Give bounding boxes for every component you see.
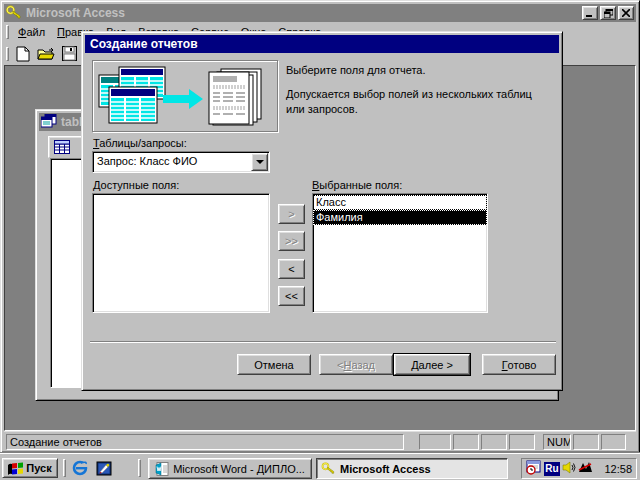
- close-icon: [622, 9, 630, 17]
- task-scheduler-icon[interactable]: [526, 460, 542, 477]
- status-panel: [481, 434, 507, 450]
- status-bar: Создание отчетов NUM: [4, 431, 636, 451]
- task-label: Microsoft Word - ДИПЛО...: [173, 463, 305, 475]
- back-button[interactable]: < Назад: [319, 354, 393, 375]
- language-indicator[interactable]: Ru: [544, 462, 560, 476]
- tray-utility-icon[interactable]: [578, 461, 593, 476]
- restore-icon: [604, 9, 613, 18]
- wizard-instruction-1: Выберите поля для отчета.: [286, 64, 552, 76]
- taskbar-clock[interactable]: 12:58: [604, 463, 632, 475]
- taskbar-divider: [63, 459, 66, 477]
- selected-fields-listbox[interactable]: Класс Фамилия: [312, 193, 488, 313]
- tables-to-report-graphic: [97, 65, 273, 127]
- remove-field-button[interactable]: <: [278, 259, 305, 279]
- cancel-button[interactable]: Отмена: [237, 354, 311, 375]
- table-grid-icon: [54, 140, 70, 154]
- list-item[interactable]: Класс: [313, 195, 487, 210]
- new-document-button[interactable]: [12, 44, 34, 64]
- next-button[interactable]: Далее >: [394, 354, 470, 375]
- list-item[interactable]: Фамилия: [313, 210, 487, 225]
- system-tray: Ru 12:58: [521, 458, 637, 479]
- window-title: Microsoft Access: [26, 6, 580, 20]
- start-button[interactable]: Пуск: [2, 458, 58, 478]
- main-titlebar[interactable]: Microsoft Access: [4, 4, 636, 22]
- finish-button[interactable]: Готово: [482, 354, 556, 375]
- combobox-drop-button[interactable]: [251, 153, 268, 171]
- status-panel: [509, 434, 535, 450]
- minimize-button[interactable]: [582, 6, 598, 20]
- minimize-icon: [586, 9, 594, 17]
- add-all-fields-button[interactable]: >>: [278, 231, 305, 251]
- windows-logo-icon: [8, 462, 23, 475]
- available-fields-listbox[interactable]: [92, 193, 270, 313]
- report-wizard-dialog: Создание отчетов: [81, 31, 563, 391]
- save-diskette-icon: [62, 46, 77, 61]
- database-window-title: tabl: [61, 115, 82, 129]
- status-panel: [453, 434, 479, 450]
- combobox-value: Запрос: Класс ФИО: [97, 155, 249, 167]
- save-button[interactable]: [58, 44, 80, 64]
- dialog-separator: [90, 341, 556, 343]
- internet-explorer-icon[interactable]: [70, 459, 90, 477]
- next-button-default-ring: Далее >: [393, 353, 471, 376]
- open-button[interactable]: [35, 44, 57, 64]
- selected-fields-label: Выбранные поля:: [312, 179, 402, 191]
- tables-queries-label: Таблицы/запросы:: [93, 137, 187, 149]
- new-document-icon: [16, 46, 30, 62]
- dialog-title: Создание отчетов: [90, 37, 198, 51]
- start-label: Пуск: [26, 462, 51, 474]
- task-button-word[interactable]: Microsoft Word - ДИПЛО...: [148, 458, 312, 479]
- remove-all-fields-button[interactable]: <<: [278, 286, 305, 306]
- dialog-titlebar[interactable]: Создание отчетов: [85, 35, 559, 53]
- access-key-icon: [321, 462, 336, 475]
- available-fields-label: Доступные поля:: [93, 179, 179, 191]
- status-panel: [573, 434, 599, 450]
- wizard-graphic-frame: [92, 60, 278, 132]
- toolbar-drag-handle[interactable]: [6, 47, 9, 61]
- taskbar: Пуск: [0, 453, 640, 480]
- status-panel: [601, 434, 626, 450]
- open-folder-icon: [37, 47, 55, 61]
- taskbar-divider: [138, 459, 141, 477]
- task-label: Microsoft Access: [340, 463, 431, 475]
- menu-file[interactable]: Файл: [12, 24, 51, 40]
- add-field-button[interactable]: >: [278, 204, 305, 224]
- access-key-icon: [6, 5, 22, 22]
- task-button-access[interactable]: Microsoft Access: [316, 458, 508, 479]
- database-window-icon: [41, 114, 57, 130]
- status-panel: [419, 434, 451, 450]
- screen: Microsoft Access Файл Правка Вид Встав: [0, 0, 640, 480]
- menubar-drag-handle[interactable]: [6, 25, 9, 39]
- close-button[interactable]: [618, 6, 634, 20]
- restore-button[interactable]: [600, 6, 616, 20]
- chevron-down-icon: [256, 160, 264, 164]
- tables-queries-combobox[interactable]: Запрос: Класс ФИО: [92, 151, 270, 173]
- status-message: Создание отчетов: [6, 434, 404, 450]
- desktop-channels-icon[interactable]: [94, 459, 114, 477]
- volume-icon[interactable]: [562, 461, 576, 476]
- num-lock-indicator: NUM: [543, 434, 571, 450]
- word-icon: [155, 462, 169, 476]
- access-main-window: Microsoft Access Файл Правка Вид Встав: [0, 0, 640, 453]
- wizard-instruction-2: Допускается выбор полей из нескольких та…: [286, 87, 552, 117]
